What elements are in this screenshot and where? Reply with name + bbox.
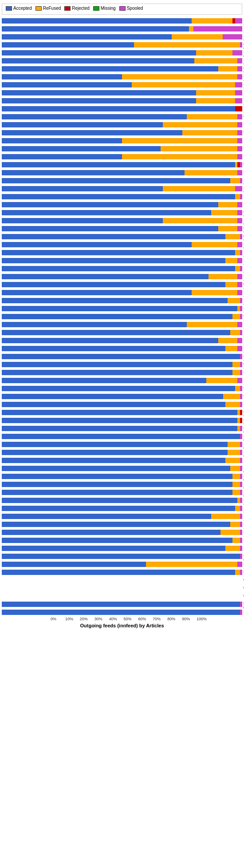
bar-segment-accepted bbox=[2, 106, 235, 111]
chart-rows: atman-bin394753 350909silweb1191089 3324… bbox=[2, 17, 242, 616]
bar-segment-refused bbox=[223, 394, 240, 399]
x-tick: 30% bbox=[94, 617, 109, 621]
bar-track: 82072 67056 bbox=[2, 42, 242, 48]
bar-track: 12566 5715 bbox=[2, 218, 242, 223]
bar-track: 50989 15688 bbox=[2, 130, 242, 135]
chart-row: ipartners-fast181476 4877 bbox=[2, 249, 242, 256]
bar-segment-refused bbox=[122, 154, 237, 159]
bar-segment-spooled bbox=[240, 402, 242, 407]
bar-segment-spooled bbox=[240, 178, 242, 183]
bar-track: 20820 5121 bbox=[2, 242, 242, 247]
bar-segment-refused bbox=[232, 362, 240, 367]
chart-row: cyf-kr76371 3439 bbox=[2, 329, 242, 336]
bar-segment-spooled bbox=[237, 242, 242, 247]
bar-segment-spooled bbox=[240, 474, 242, 479]
bar-segment-spooled bbox=[237, 146, 242, 151]
chart-row: axelspringer12808 501 bbox=[2, 489, 242, 496]
chart-row: korbank501089 969 bbox=[2, 409, 242, 416]
chart-row: rsk16156 679 bbox=[2, 465, 242, 472]
bar-segment-accepted bbox=[2, 298, 228, 303]
chart-row: news.4web.pl53368 0 bbox=[2, 601, 242, 608]
bar-segment-refused bbox=[185, 170, 237, 175]
bar-segment-accepted bbox=[2, 354, 240, 359]
chart-row: gazeta30040 2973 bbox=[2, 337, 242, 344]
bar-segment-refused bbox=[211, 210, 238, 215]
bar-segment-accepted bbox=[2, 514, 211, 519]
x-tick: 100% bbox=[197, 617, 211, 621]
chart-row: rmf191470 34236 bbox=[2, 89, 242, 96]
bar-segment-spooled bbox=[237, 58, 242, 63]
bar-segment-refused bbox=[225, 282, 237, 287]
bar-segment-refused bbox=[134, 42, 240, 48]
bar-segment-spooled bbox=[237, 226, 242, 231]
bar-segment-spooled bbox=[240, 298, 242, 303]
bar-segment-accepted bbox=[2, 170, 185, 175]
bar-segment-accepted bbox=[2, 186, 163, 191]
chart-row: tpi275178 7823 bbox=[2, 193, 242, 200]
bar-segment-accepted bbox=[2, 562, 146, 567]
bar-segment-spooled bbox=[240, 506, 242, 511]
bar-track: 9242 1646 bbox=[2, 394, 242, 399]
bar-segment-refused bbox=[146, 562, 237, 567]
bar-segment-refused bbox=[196, 50, 232, 55]
legend-rejected-box bbox=[64, 6, 71, 11]
legend-missing: Missing bbox=[93, 6, 116, 11]
bar-segment-refused bbox=[225, 402, 240, 407]
bar-segment-refused bbox=[189, 26, 194, 32]
chart-row: ipartners338285 66441 bbox=[2, 49, 242, 56]
bar-segment-accepted bbox=[2, 490, 232, 495]
bar-segment-spooled bbox=[235, 186, 242, 191]
bar-segment-accepted bbox=[2, 346, 225, 351]
bar-track: 25075 12860 bbox=[2, 146, 242, 151]
bar-segment-accepted bbox=[2, 602, 240, 607]
bar-segment-refused bbox=[232, 314, 240, 319]
bar-segment-refused bbox=[225, 546, 240, 551]
bar-track: 2071 168 bbox=[2, 530, 242, 535]
bar-segment-accepted bbox=[2, 322, 187, 327]
bar-track: 48722 38910 bbox=[2, 82, 242, 87]
bar-segment-accepted bbox=[2, 362, 232, 367]
bar-segment-spooled bbox=[240, 394, 242, 399]
bar-track: 181777 33630 bbox=[2, 98, 242, 103]
chart-row: itl39106 18153 bbox=[2, 121, 242, 128]
bar-track: 1191089 332460 bbox=[2, 26, 242, 32]
bar-segment-spooled bbox=[235, 98, 242, 103]
legend-accepted: Accepted bbox=[6, 6, 32, 11]
bar-segment-accepted bbox=[2, 394, 223, 399]
bar-segment-accepted bbox=[2, 274, 209, 279]
bar-segment-refused bbox=[232, 538, 240, 543]
chart-row: mega48722 38910 bbox=[2, 81, 242, 88]
chart-row: fu-berlin-fast0 bbox=[2, 577, 242, 584]
legend-refused: ReFused bbox=[35, 6, 61, 11]
bar-segment-spooled bbox=[240, 362, 242, 367]
bar-track: 21 bbox=[2, 610, 242, 615]
bar-segment-accepted bbox=[2, 458, 225, 463]
chart-row: ict-fast21521 679 bbox=[2, 473, 242, 480]
chart-row: futuro74124 4080 bbox=[2, 297, 242, 304]
chart-row: webcorp12773 3524 bbox=[2, 321, 242, 328]
bar-segment-accepted bbox=[2, 250, 235, 255]
bar-segment-spooled bbox=[240, 498, 242, 503]
bar-segment-spooled bbox=[240, 546, 242, 551]
bar-segment-spooled bbox=[237, 122, 242, 127]
legend-spooled-label: Spooled bbox=[127, 6, 143, 11]
bar-segment-accepted bbox=[2, 154, 122, 159]
bar-segment-refused bbox=[122, 74, 237, 79]
bar-segment-accepted bbox=[2, 546, 225, 551]
bar-segment-accepted bbox=[2, 378, 206, 383]
chart-row: atman277151 51667 bbox=[2, 57, 242, 64]
bar-segment-accepted bbox=[2, 530, 220, 535]
bar-track: 15837 4163 bbox=[2, 290, 242, 295]
x-tick: 50% bbox=[124, 617, 138, 621]
legend: Accepted ReFused Rejected Missing Spoole… bbox=[2, 4, 242, 15]
chart-row: bydgoszcz1667 102 bbox=[2, 545, 242, 552]
bar-segment-spooled bbox=[240, 266, 242, 271]
bar-segment-refused bbox=[192, 18, 232, 24]
bar-track: 28 18 bbox=[2, 562, 242, 567]
bar-track: 3982 198 bbox=[2, 522, 242, 527]
bar-segment-accepted bbox=[2, 610, 240, 615]
bar-track: 191470 34236 bbox=[2, 90, 242, 95]
bar-track: 28208 4420 bbox=[2, 274, 242, 279]
chart-row: fu-berlin32933 404 bbox=[2, 497, 242, 504]
bar-track: 30040 2973 bbox=[2, 338, 242, 343]
